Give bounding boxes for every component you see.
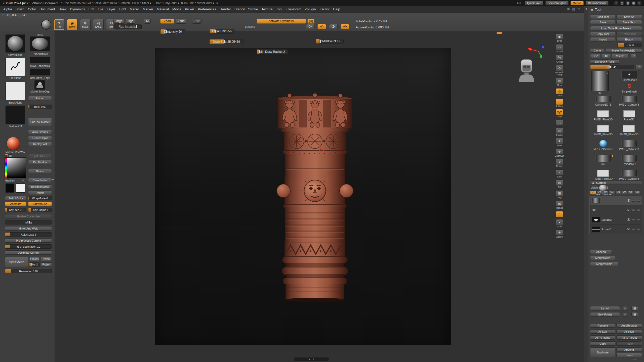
- backface-mask-button[interactable]: BackfaceMask: [28, 185, 52, 189]
- paste-tool-button[interactable]: Paste Tool: [616, 32, 642, 36]
- dynamesh-groups-button[interactable]: Groups: [29, 257, 40, 261]
- menu-render[interactable]: Render: [218, 7, 232, 12]
- menu-movie[interactable]: Movie: [171, 7, 183, 12]
- menu-light[interactable]: Light: [117, 7, 128, 12]
- defaultzscript-button[interactable]: DefaultZScript: [586, 1, 609, 5]
- tool-666[interactable]: 3666: [595, 155, 611, 165]
- replay-last-button[interactable]: ReplayLast: [28, 142, 52, 146]
- menu-color[interactable]: Color: [26, 7, 38, 12]
- tool-pm3d-cylinder3[interactable]: PM3D_Cylinder3: [619, 140, 639, 151]
- mrgb-button[interactable]: Mrgb: [113, 19, 125, 24]
- tool-palette-header[interactable]: ▣ Tool: [591, 8, 601, 12]
- export-button[interactable]: Export: [616, 37, 642, 41]
- lazy-step-slider[interactable]: LazyStep 0.1: [5, 208, 26, 212]
- menu-texture[interactable]: Texture: [260, 7, 274, 12]
- subtool-tab-v5[interactable]: V5: [615, 191, 621, 194]
- m-button[interactable]: M: [144, 19, 151, 24]
- brush-thumb-freehand[interactable]: [6, 57, 25, 76]
- all-to-home-button[interactable]: All To Home: [590, 335, 615, 340]
- append-small-button[interactable]: Append: [616, 347, 642, 352]
- paint-toggle-icon[interactable]: [637, 200, 640, 202]
- tool-simplebrush[interactable]: S SimpleBrush: [616, 82, 642, 93]
- dynamic-persp-shelf-item[interactable]: ◇Dynamic Persp: [553, 65, 566, 76]
- ac-button[interactable]: AC: [515, 1, 523, 5]
- import-button[interactable]: Import: [590, 37, 615, 41]
- spix-slider[interactable]: SPix 3: [617, 43, 642, 47]
- l-sym-shelf-item[interactable]: ⇔L.Sym: [553, 99, 566, 108]
- best-label[interactable]: Best: [28, 33, 52, 36]
- resolution-slider[interactable]: Resolution 128: [5, 269, 52, 273]
- move-mode-button[interactable]: ✥Move: [80, 19, 91, 30]
- all-low-button[interactable]: All Low: [590, 329, 615, 334]
- document-viewport[interactable]: [155, 48, 451, 345]
- draw-size-slider[interactable]: Draw Size 25.05439: [209, 39, 244, 44]
- activate-symmetry-button[interactable]: Activate Symmetry: [257, 19, 306, 24]
- subtool-tab-v2[interactable]: V2: [596, 191, 602, 194]
- target-icon[interactable]: ⊙: [578, 8, 580, 11]
- menu-transform[interactable]: Transform: [284, 7, 303, 12]
- all-high-button[interactable]: All High: [616, 329, 642, 334]
- tool-pm3d-cylinder3[interactable]: PM3D_Cylinder3: [619, 96, 639, 106]
- see-through-0-button[interactable]: See-through 0: [545, 1, 569, 5]
- hue-strip[interactable]: [5, 158, 7, 178]
- dynamesh-blur-slider[interactable]: Blur 2: [29, 262, 40, 267]
- menu-layer[interactable]: Layer: [105, 7, 117, 12]
- subtool-master-button[interactable]: SubTool Master: [28, 118, 52, 126]
- menu-document[interactable]: Document: [38, 7, 57, 12]
- fill-shelf-item[interactable]: ▨Fill: [553, 180, 566, 189]
- all-to-target-button[interactable]: All To Target: [616, 335, 642, 340]
- alpha-thumb-brushalpha[interactable]: [6, 82, 25, 100]
- merge-visible-button[interactable]: MergeVisible: [590, 262, 618, 266]
- subtool-row-0[interactable]: [590, 196, 642, 205]
- frame-shelf-item[interactable]: ▭Frame: [553, 128, 566, 137]
- gxyz-shelf-item[interactable]: xyzGxyz: [553, 109, 566, 118]
- magnet-shelf-item[interactable]: ◡: [553, 120, 566, 126]
- secondary-color-swatch[interactable]: [9, 154, 12, 157]
- menu-alpha[interactable]: Alpha: [2, 7, 14, 12]
- tool-cylinder3d-1[interactable]: Cylinder3D_1: [595, 96, 611, 106]
- adjust-last-slider[interactable]: AdjustLast 1: [5, 232, 52, 237]
- brush-thumb-orbflatten[interactable]: [30, 69, 50, 75]
- menu-dynamics[interactable]: Dynamics: [68, 7, 87, 12]
- dynamesh-button[interactable]: DynaMesh: [5, 257, 28, 267]
- zoom3d-shelf-item[interactable]: ⊕Zoom3D: [553, 149, 566, 157]
- symmetry-axis-m-button[interactable]: >M<: [341, 24, 349, 29]
- layout-icon[interactable]: ▤: [572, 8, 575, 11]
- duplicate-button[interactable]: Duplicate: [590, 347, 615, 357]
- paint-toggle-icon[interactable]: [637, 209, 640, 211]
- dynamesh-project-button[interactable]: Project: [41, 262, 52, 267]
- clone-button[interactable]: Clone: [590, 48, 604, 53]
- load-tool-button[interactable]: Load Tool: [590, 15, 615, 19]
- material-preview-sphere[interactable]: [41, 20, 51, 30]
- auto-reorder-button[interactable]: AutoReorder: [616, 323, 642, 328]
- active-tool-thumbnail[interactable]: 3: [591, 71, 609, 91]
- radial-symmetry-button[interactable]: (R): [307, 19, 314, 24]
- menu-help[interactable]: Help: [331, 7, 342, 12]
- scale-mode-button[interactable]: ◰Scale: [93, 19, 104, 30]
- switch-color-button[interactable]: SwitchColor: [5, 196, 26, 200]
- paste-button[interactable]: Paste: [616, 341, 642, 346]
- local-shelf-item[interactable]: ◎Local: [553, 88, 566, 97]
- help-icon[interactable]: ?: [614, 1, 618, 5]
- visibility-eye-icon[interactable]: [627, 209, 630, 211]
- menu-edit[interactable]: Edit: [87, 7, 96, 12]
- draw-size-knob[interactable]: [224, 40, 225, 43]
- brush-thumb-movetopological[interactable]: [30, 57, 50, 63]
- menu-stroke[interactable]: Stroke: [246, 7, 260, 12]
- wrap-mode-slider[interactable]: WrapMode 0: [28, 196, 52, 200]
- thick-slider[interactable]: Thick 0.02: [28, 105, 52, 109]
- auto-groups-button[interactable]: Auto Groups: [28, 130, 52, 134]
- rgb-button[interactable]: Rgb: [126, 19, 135, 24]
- tool-mrgbzgrabber[interactable]: MRGBZGrabber: [593, 140, 613, 151]
- decimation-percent-slider[interactable]: % of decimation 10: [5, 244, 52, 249]
- focal-shift-knob[interactable]: [215, 29, 217, 33]
- tool-pm3d-plane3d[interactable]: PM3D_Plane3D: [594, 125, 613, 136]
- panel-scroll-arrows[interactable]: ▴ ▾: [633, 358, 636, 360]
- dynamesh-polish-button[interactable]: Polish: [41, 257, 52, 261]
- subtool-tab-v7[interactable]: V7: [628, 191, 634, 194]
- load-tools-from-project-button[interactable]: Load Tools From Project: [590, 26, 642, 30]
- lazy-mouse-button[interactable]: LazyMouse: [28, 202, 52, 206]
- move-shelf-item[interactable]: ✥Move: [553, 138, 566, 147]
- groups-split-button[interactable]: Groups Split: [28, 136, 52, 140]
- min-draw-radius-knob[interactable]: [259, 50, 260, 54]
